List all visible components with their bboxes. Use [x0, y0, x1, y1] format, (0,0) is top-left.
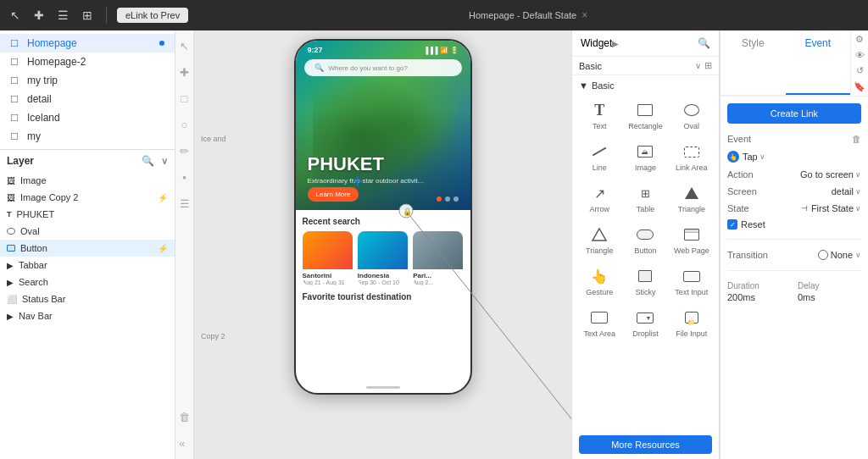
right-panel-header: Style Event ⚙ 👁 ↺ 🔖 — [721, 30, 868, 97]
state-value-text: First State — [811, 203, 854, 213]
sidebar-item-my[interactable]: ☐ my — [0, 127, 175, 146]
layer-chevron-icon[interactable]: ∨ — [161, 156, 168, 167]
cursor-tool[interactable]: ↖ — [7, 7, 24, 24]
checkmark-icon: ✓ — [730, 221, 736, 229]
widget-grid-icon[interactable]: ⊞ — [704, 60, 712, 71]
widget-item-triangle2[interactable]: Triangle — [577, 220, 621, 260]
sidebar-item-homepage2[interactable]: ☐ Homepage-2 — [0, 53, 175, 71]
sticky-widget-label: Sticky — [635, 288, 655, 296]
duration-value[interactable]: 200ms — [727, 292, 791, 302]
tab-style[interactable]: Style — [721, 30, 786, 95]
state-label: State — [727, 203, 798, 213]
widget-item-droplist[interactable]: ▼ Droplist — [623, 303, 667, 343]
widget-item-line[interactable]: Line — [577, 137, 621, 177]
refresh-icon[interactable]: ↺ — [856, 65, 864, 76]
grid-tool[interactable]: ⊞ — [79, 7, 96, 24]
section-collapse-icon[interactable]: ▼ — [579, 80, 588, 91]
widget-item-oval[interactable]: Oval — [670, 96, 714, 135]
learn-more-btn[interactable]: Learn More — [308, 187, 359, 202]
widget-item-linkarea[interactable]: Link Area — [670, 137, 714, 177]
sidebar-item-homepage[interactable]: ☐ Homepage — [0, 34, 175, 53]
widget-item-arrow[interactable]: ↗ Arrow — [577, 179, 621, 218]
state-value[interactable]: ⊣ First State ∨ — [801, 203, 861, 213]
left-sidebar: ☐ Homepage ☐ Homepage-2 ☐ my trip ☐ deta… — [0, 30, 175, 459]
widget-item-webpage[interactable]: Web Page — [670, 220, 714, 260]
gear-icon[interactable]: ⚙ — [855, 34, 864, 45]
toolbar-divider — [106, 7, 107, 24]
phone-search-bar[interactable]: 🔍 Where do you want to go? — [304, 59, 462, 76]
layer-item-button[interactable]: Button ⚡ — [0, 240, 175, 257]
action-value[interactable]: Go to screen ∨ — [800, 169, 861, 180]
widget-item-text[interactable]: T Text — [577, 96, 621, 135]
component-tool[interactable]: ☰ — [177, 195, 192, 213]
shape-tool[interactable]: □ — [179, 90, 191, 108]
widget-item-textinput[interactable]: Text Input — [670, 262, 714, 301]
widget-item-gesture[interactable]: 👆 Gesture — [577, 262, 621, 301]
widget-filter-arrow-icon[interactable]: ∨ — [695, 61, 701, 70]
image-tool[interactable]: ▪ — [180, 169, 189, 186]
layer-label-button: Button — [20, 243, 47, 253]
create-link-btn[interactable]: Create Link — [727, 103, 861, 124]
pen-tool[interactable]: ✏ — [177, 142, 192, 160]
text-tool[interactable]: ○ — [179, 116, 191, 134]
card-indonesia[interactable]: Indonesia Sep 30 - Oct 10 — [358, 231, 408, 285]
card-date-santorini: Aug 21 - Aug 31 — [303, 279, 353, 285]
widget-item-rectangle[interactable]: Rectangle — [623, 96, 667, 135]
eye-icon[interactable]: 👁 — [855, 50, 865, 60]
collapse-tool[interactable]: « — [176, 434, 192, 452]
folder-search-icon: ▶ — [7, 278, 14, 287]
widget-item-image[interactable]: ⛰ Image — [623, 137, 667, 177]
layer-item-imagecopy2[interactable]: 🖼 Image Copy 2 ⚡ — [0, 189, 175, 206]
screen-value[interactable]: detail ∨ — [832, 186, 861, 196]
phone-hero-subtitle: Extraordinary five-star outdoor activit.… — [308, 177, 424, 185]
widget-search-icon[interactable]: 🔍 — [698, 37, 710, 49]
widget-panel-header: Widget ▶ 🔍 — [572, 30, 719, 57]
sidebar-item-iceland[interactable]: ☐ Iceland — [0, 108, 175, 127]
phone-hero: 🔍 Where do you want to go? PHUKET Extrao… — [296, 41, 470, 210]
widget-item-button[interactable]: Button — [623, 220, 667, 260]
card-paris[interactable]: Pari... Aug 2... — [413, 231, 463, 285]
widget-item-sticky[interactable]: Sticky — [623, 262, 667, 301]
layer-search-icon[interactable]: 🔍 — [142, 155, 154, 167]
layer-item-oval[interactable]: Oval — [0, 223, 175, 240]
layer-label-statusbar: Status Bar — [22, 294, 65, 304]
divider-1 — [727, 239, 861, 240]
more-resources-btn[interactable]: More Resources — [579, 435, 712, 454]
widget-item-textarea[interactable]: Text Area — [577, 303, 621, 343]
elink-prev-button[interactable]: eLink to Prev — [117, 8, 188, 23]
add-page-tool[interactable]: ✚ — [177, 64, 192, 81]
card-santorini[interactable]: Santorini Aug 21 - Aug 31 — [303, 231, 353, 285]
statusbar-layer-icon: ⬜ — [7, 295, 17, 304]
event-row-label: Event — [727, 134, 849, 144]
right-panel: Style Event ⚙ 👁 ↺ 🔖 Create Link Event 🗑 — [720, 30, 868, 459]
layer-item-navbar[interactable]: ▶ Nav Bar — [0, 307, 175, 324]
bookmark-icon[interactable]: 🔖 — [854, 81, 865, 92]
transition-value[interactable]: None ∨ — [818, 250, 861, 260]
layer-item-search[interactable]: ▶ Search — [0, 274, 175, 290]
tab-event[interactable]: Event — [786, 30, 851, 95]
delete-tool[interactable]: 🗑 — [176, 408, 192, 426]
pointer-tool[interactable]: ↖ — [177, 37, 192, 55]
widget-item-triangle[interactable]: Triangle — [670, 179, 714, 218]
layer-item-statusbar[interactable]: ⬜ Status Bar — [0, 290, 175, 307]
screen-value-text: detail — [832, 186, 854, 196]
layer-item-phuket[interactable]: T PHUKET — [0, 206, 175, 223]
layer-item-tabbar[interactable]: ▶ Tabbar — [0, 257, 175, 274]
widget-item-table[interactable]: ⊞ Table — [623, 179, 667, 218]
page-close-icon[interactable]: × — [581, 9, 587, 21]
reset-checkbox[interactable]: ✓ — [727, 219, 737, 230]
widget-expand-icon[interactable]: ▶ — [612, 39, 619, 48]
sticky-widget-icon — [633, 267, 657, 285]
canvas[interactable]: Ice and Copy 2 9:27 ▐▐▐ 📶 🔋 — [194, 30, 571, 459]
nav-label-homepage: Homepage — [27, 37, 77, 49]
add-tool[interactable]: ✚ — [31, 7, 47, 24]
sidebar-item-detail[interactable]: ☐ detail — [0, 90, 175, 108]
event-delete-icon[interactable]: 🗑 — [852, 134, 861, 144]
widget-item-fileinput[interactable]: 📁 File Input — [670, 303, 714, 343]
delay-value[interactable]: 0ms — [798, 292, 861, 302]
sidebar-item-mytrip[interactable]: ☐ my trip — [0, 71, 175, 90]
pages-tool[interactable]: ☰ — [54, 7, 72, 24]
layer-item-image[interactable]: 🖼 Image — [0, 172, 175, 189]
nav-label-homepage2: Homepage-2 — [27, 56, 86, 68]
tap-value[interactable]: Tap ∨ — [743, 152, 765, 162]
